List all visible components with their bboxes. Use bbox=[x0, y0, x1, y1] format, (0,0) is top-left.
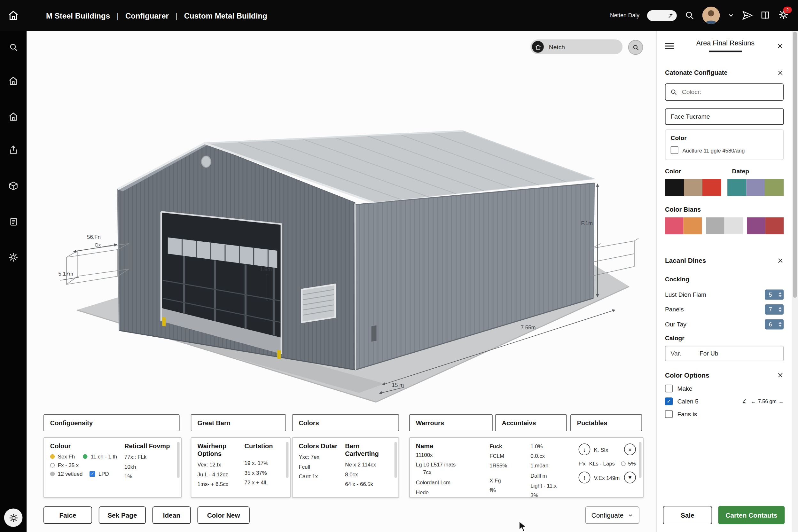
idean-button[interactable]: Idean bbox=[152, 507, 191, 524]
color-swatch[interactable] bbox=[724, 217, 743, 234]
search-icon[interactable] bbox=[684, 10, 695, 20]
book-icon[interactable] bbox=[760, 10, 771, 20]
close-icon[interactable] bbox=[777, 372, 784, 379]
quantity-stepper[interactable]: 5 bbox=[765, 289, 784, 300]
panel-value: 0.0.cx bbox=[530, 452, 571, 460]
sidebar-settings-button[interactable] bbox=[4, 508, 23, 527]
button-label: Carten Contauts bbox=[726, 511, 778, 519]
chevron-down-icon[interactable] bbox=[727, 12, 734, 19]
tab-colors[interactable]: Colors bbox=[292, 414, 399, 431]
panel-value: 8.0cx bbox=[345, 471, 391, 478]
checkbox[interactable] bbox=[665, 410, 673, 418]
quick-tool-pill[interactable] bbox=[647, 10, 677, 21]
carten-contauts-button[interactable]: Carten Contauts bbox=[718, 506, 784, 524]
panel-scrollbar[interactable] bbox=[639, 442, 641, 478]
dim-height-right: F.1m bbox=[581, 220, 593, 226]
color-search-input[interactable] bbox=[681, 88, 779, 96]
option-label[interactable]: Sex Fh bbox=[58, 453, 75, 459]
viewport-search-button[interactable] bbox=[628, 40, 643, 55]
option-label[interactable]: LPD bbox=[98, 471, 109, 477]
color-swatch[interactable] bbox=[684, 179, 703, 196]
viewport-search[interactable] bbox=[530, 39, 623, 54]
sek-page-button[interactable]: Sek Page bbox=[99, 507, 146, 524]
viewport-search-input[interactable] bbox=[548, 43, 611, 51]
panel-value: 7cx bbox=[423, 469, 482, 476]
configuate-dropdown[interactable]: Configuate bbox=[585, 507, 640, 524]
var-input[interactable]: Var. For Ub bbox=[665, 346, 784, 361]
3d-building-canvas[interactable]: 56.Fn Dx 5.17m 1.9m F.1m 7.55m 15 m bbox=[46, 86, 640, 418]
stepper-arrows-icon[interactable] bbox=[779, 322, 782, 327]
tab-label: Great Barn bbox=[197, 419, 230, 426]
expand-circle-button[interactable]: ▾ bbox=[624, 472, 636, 483]
color-swatch[interactable] bbox=[706, 217, 724, 234]
warning-circle-button[interactable]: ! bbox=[579, 472, 590, 483]
color-swatch[interactable] bbox=[727, 179, 746, 196]
dim-width-label: 56.Fn bbox=[87, 234, 101, 240]
checkbox[interactable]: ✓ bbox=[665, 397, 673, 405]
stepper-arrows-icon[interactable] bbox=[779, 307, 782, 312]
button-label: Color New bbox=[207, 511, 240, 519]
panel-scrollbar[interactable] bbox=[395, 442, 397, 478]
tab-accuntaivs[interactable]: Accuntaivs bbox=[495, 414, 567, 431]
tab-great-barn[interactable]: Great Barn bbox=[191, 414, 286, 431]
sidebar-item-settings[interactable] bbox=[0, 244, 26, 270]
panel-scrollbar[interactable] bbox=[177, 442, 180, 478]
option-label[interactable]: Fx - 35 x bbox=[58, 462, 79, 468]
home-button[interactable] bbox=[0, 0, 26, 31]
color-swatch[interactable] bbox=[683, 217, 701, 234]
sidebar-item-buildings[interactable] bbox=[0, 103, 26, 130]
button-label: Face Tucrame bbox=[671, 113, 710, 120]
sidebar-item-list[interactable] bbox=[0, 208, 26, 235]
option-label[interactable]: 12 vetlued bbox=[58, 471, 83, 477]
quantity-stepper[interactable]: 7 bbox=[765, 304, 784, 314]
download-circle-button[interactable]: ↓ bbox=[579, 443, 590, 455]
panel-value: Fuck bbox=[490, 442, 524, 450]
checkbox[interactable] bbox=[671, 147, 679, 154]
tab-label: Warrours bbox=[416, 419, 444, 426]
panel-value: 1R55% bbox=[490, 462, 524, 469]
color-swatch[interactable] bbox=[765, 217, 784, 234]
quantity-stepper[interactable]: 6 bbox=[765, 319, 784, 329]
tab-puctables[interactable]: Puctables bbox=[570, 414, 642, 431]
sidebar-item-package[interactable] bbox=[0, 172, 26, 199]
option-row: ✓ Calen 5 ← 7.56 gm → bbox=[665, 395, 784, 407]
checkbox[interactable] bbox=[665, 385, 673, 392]
color-swatch[interactable] bbox=[665, 179, 684, 196]
panel-value: Colordanl Lcm bbox=[416, 479, 482, 486]
avatar[interactable] bbox=[702, 7, 720, 24]
close-circle-button[interactable]: × bbox=[624, 443, 636, 455]
close-icon[interactable] bbox=[777, 258, 784, 264]
page-scrollbar[interactable] bbox=[792, 31, 798, 532]
scrollbar-thumb[interactable] bbox=[793, 32, 797, 298]
white-dot-icon bbox=[621, 461, 625, 466]
color-new-button[interactable]: Color New bbox=[197, 507, 250, 524]
sidebar-item-share[interactable] bbox=[0, 136, 26, 163]
stepper-arrows-icon[interactable] bbox=[779, 292, 782, 297]
check-icon[interactable]: ✓ bbox=[90, 471, 96, 477]
tab-configuensity[interactable]: Configuensity bbox=[43, 414, 180, 431]
panel-value: 1% bbox=[125, 473, 174, 480]
color-swatch[interactable] bbox=[747, 217, 765, 234]
color-swatch[interactable] bbox=[702, 179, 721, 196]
color-swatch[interactable] bbox=[746, 179, 765, 196]
tab-warrours[interactable]: Warrours bbox=[409, 414, 493, 431]
close-icon[interactable] bbox=[777, 69, 784, 76]
panel-value: 3% bbox=[530, 491, 571, 499]
send-icon[interactable] bbox=[742, 10, 753, 20]
face-tucrame-button[interactable]: Face Tucrame bbox=[665, 108, 784, 125]
hamburger-icon[interactable] bbox=[665, 42, 674, 49]
option-label[interactable]: 11.ch - 1.th bbox=[91, 453, 117, 459]
faice-button[interactable]: Faice bbox=[43, 507, 92, 524]
color-search-box[interactable] bbox=[665, 83, 784, 101]
panel-scrollbar[interactable] bbox=[286, 442, 288, 478]
stepper-label: Panels bbox=[665, 306, 684, 313]
settings-button[interactable]: 2 bbox=[778, 9, 789, 22]
sale-button[interactable]: Sale bbox=[663, 506, 712, 524]
sidebar-item-search[interactable] bbox=[0, 34, 26, 60]
app-root: M Steel Buildings | Configuarer | Custom… bbox=[0, 0, 798, 532]
close-icon[interactable] bbox=[777, 42, 784, 49]
sidebar-item-home[interactable] bbox=[0, 68, 26, 94]
color-swatch[interactable] bbox=[665, 217, 683, 234]
stepper-value: 6 bbox=[769, 321, 779, 327]
color-swatch[interactable] bbox=[765, 179, 784, 196]
